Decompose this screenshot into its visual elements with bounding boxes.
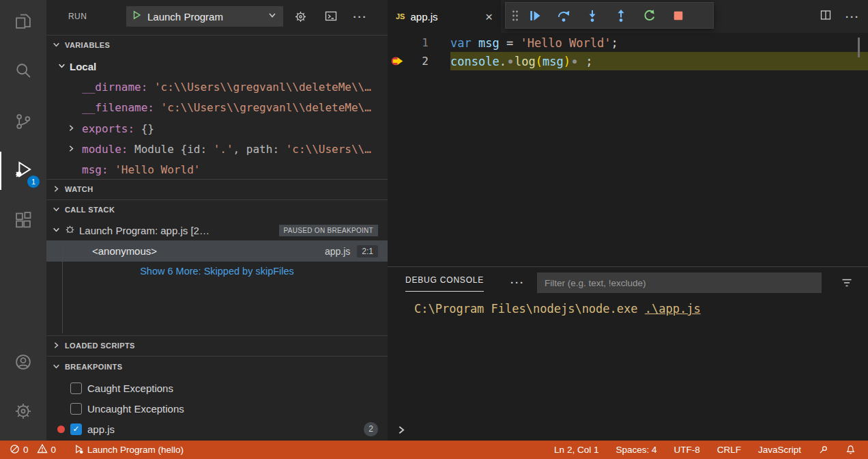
continue-button[interactable] (521, 4, 549, 27)
launch-config-label: Launch Program (147, 11, 261, 23)
stop-button[interactable] (664, 4, 693, 27)
breakpoint-row-appjs[interactable]: app.js 2 (46, 419, 388, 439)
variable-row-module[interactable]: module: Module {id: '.', path: 'c:\\User… (46, 139, 388, 159)
code-text[interactable]: var msg = 'Hello World'; (450, 33, 868, 52)
debug-session-bug-icon (65, 224, 75, 236)
paused-on-breakpoint-badge: PAUSED ON BREAKPOINT (279, 225, 378, 236)
filter-icon[interactable] (841, 277, 853, 292)
breakpoint-label: Caught Exceptions (87, 382, 173, 394)
chevron-down-icon (57, 61, 66, 72)
chevron-down-icon (267, 10, 277, 23)
indentation[interactable]: Spaces: 4 (611, 441, 661, 459)
sidebar-item-explorer[interactable] (0, 3, 46, 42)
sidebar-item-run-and-debug[interactable]: 1 (0, 152, 46, 190)
breakpoint-checkbox[interactable] (70, 382, 82, 394)
variable-text: module: Module {id: '.', path: 'c:\\User… (82, 143, 371, 156)
variable-row-dirname[interactable]: __dirname: 'c:\\Users\\gregvanl\\deleteM… (46, 76, 388, 97)
tab-appjs[interactable]: JS app.js × (388, 0, 501, 33)
breakpoint-checkbox[interactable] (70, 423, 82, 435)
code-text[interactable]: console.●log(msg)● ; (450, 52, 868, 70)
show-more-frames-link[interactable]: Show 6 More: Skipped by skipFiles (46, 263, 388, 279)
launch-config-dropdown[interactable]: Launch Program (126, 6, 283, 27)
call-stack-session-row[interactable]: Launch Program: app.js [2… PAUSED ON BRE… (46, 220, 388, 240)
warning-icon (37, 443, 48, 456)
activity-bar: 1 (0, 0, 46, 441)
variables-section-header[interactable]: VARIABLES (46, 35, 388, 55)
drag-handle[interactable] (510, 8, 521, 23)
files-icon (14, 12, 33, 33)
close-icon[interactable]: × (485, 10, 493, 23)
code-editor[interactable]: 1 var msg = 'Hello World'; 2 console.●lo… (388, 33, 868, 266)
debug-launch-icon (74, 444, 84, 456)
console-prompt-chevron-icon[interactable] (396, 425, 407, 438)
sidebar-item-search[interactable] (0, 53, 46, 91)
code-line-1[interactable]: 1 var msg = 'Hello World'; (388, 33, 868, 52)
console-filter-input[interactable] (537, 273, 822, 293)
search-icon (14, 61, 33, 83)
breakpoint-count-badge: 2 (364, 422, 378, 436)
debug-toolbar (505, 2, 714, 29)
breakpoint-checkbox[interactable] (70, 403, 82, 415)
source-control-icon (14, 112, 33, 134)
frame-label: <anonymous> (92, 245, 157, 257)
settings-button[interactable] (0, 393, 46, 432)
more-icon[interactable]: ··· (845, 11, 860, 23)
call-stack-section-header[interactable]: CALL STACK (46, 199, 388, 219)
breakpoints-section-header[interactable]: BREAKPOINTS (46, 356, 388, 377)
tab-debug-console[interactable]: DEBUG CONSOLE (405, 275, 484, 292)
session-label: Launch Program: app.js [2… (79, 225, 209, 236)
pin-icon[interactable] (814, 441, 833, 459)
split-editor-icon[interactable] (820, 9, 832, 24)
account-icon (14, 352, 33, 374)
chevron-down-icon (52, 362, 61, 372)
breakpoint-dot (57, 426, 65, 433)
step-into-button[interactable] (578, 4, 607, 27)
error-icon (10, 444, 20, 456)
eol-sequence[interactable]: CRLF (713, 441, 745, 459)
language-mode[interactable]: JavaScript (754, 441, 805, 459)
scope-local-row[interactable]: Local (46, 56, 388, 76)
debug-session-label: Launch Program (hello) (87, 445, 184, 455)
line-number: 1 (404, 33, 429, 52)
cursor-position[interactable]: Ln 2, Col 1 (550, 441, 603, 459)
code-line-2[interactable]: 2 console.●log(msg)● ; (388, 52, 868, 70)
frame-file: app.js (325, 246, 350, 257)
restart-button[interactable] (635, 4, 664, 27)
loaded-scripts-section-header[interactable]: LOADED SCRIPTS (46, 335, 388, 355)
step-out-button[interactable] (607, 4, 635, 27)
chevron-right-icon[interactable] (67, 143, 76, 156)
breakpoint-row-caught[interactable]: Caught Exceptions (46, 378, 388, 398)
encoding[interactable]: UTF-8 (669, 441, 704, 459)
variable-text: msg: 'Hello World' (82, 163, 200, 176)
panel-more-actions-button[interactable]: ··· (510, 277, 525, 289)
warning-count: 0 (51, 445, 57, 455)
chevron-right-icon (52, 184, 61, 195)
debug-console-panel: DEBUG CONSOLE ··· C:\Program Files\nodej… (388, 266, 868, 441)
gear-icon (14, 402, 33, 423)
tree-indent-guide (62, 241, 63, 333)
sidebar-more-actions-button[interactable]: ··· (351, 7, 370, 26)
problems-warnings[interactable]: 0 (33, 441, 61, 459)
chevron-right-icon[interactable] (67, 122, 76, 135)
step-over-button[interactable] (549, 4, 578, 27)
accounts-button[interactable] (0, 344, 46, 382)
problems-errors[interactable]: 0 (5, 441, 33, 459)
console-output-line[interactable]: C:\Program Files\nodejs\node.exe .\app.j… (414, 302, 701, 316)
watch-section-header[interactable]: WATCH (46, 179, 388, 199)
call-stack-frame-row[interactable]: <anonymous> app.js 2:1 (46, 240, 388, 262)
debug-console-icon[interactable] (321, 7, 341, 26)
chevron-right-icon (52, 341, 61, 351)
variable-row-msg[interactable]: msg: 'Hello World' (46, 159, 388, 180)
variable-row-exports[interactable]: exports: {} (46, 118, 388, 139)
scrollbar-slider[interactable] (858, 38, 860, 57)
configure-gear-button[interactable] (291, 7, 310, 26)
variable-row-filename[interactable]: __filename: 'c:\\Users\\gregvanl\\delete… (46, 97, 388, 117)
variable-text: __dirname: 'c:\\Users\\gregvanl\\deleteM… (82, 81, 371, 94)
breakpoint-row-uncaught[interactable]: Uncaught Exceptions (46, 398, 388, 419)
sidebar-item-source-control[interactable] (0, 104, 46, 142)
breakpoint-label: app.js (87, 423, 115, 435)
active-debug-session[interactable]: Launch Program (hello) (70, 441, 188, 459)
status-bar: 0 0 Launch Program (hello) Ln 2, Col 1 S… (0, 441, 868, 459)
notifications-bell-icon[interactable] (841, 441, 860, 459)
sidebar-item-extensions[interactable] (0, 203, 46, 241)
